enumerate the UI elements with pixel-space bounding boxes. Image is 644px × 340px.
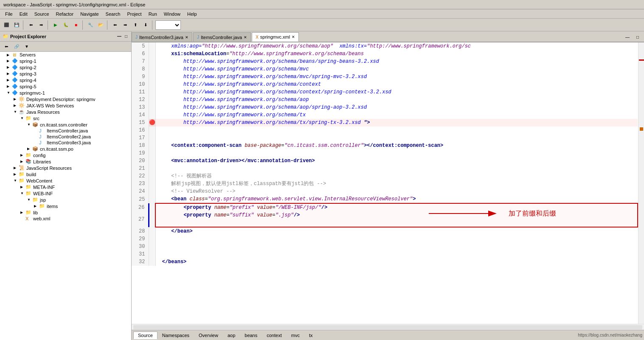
tab-close-btn[interactable]: ✕ <box>244 35 247 39</box>
tree-webinf[interactable]: ▼ 📁 WEB-INF <box>0 190 131 197</box>
toolbar: ⬛ 💾 ⬅ ➡ ▶ 🐛 ■ 🔧 📂 ⬅ ➡ ⬆ ⬇ <box>0 19 644 31</box>
tree-deployment[interactable]: ▶ 🔆 Deployment Descriptor: springmv <box>0 96 131 102</box>
toolbar-sep-4 <box>107 20 109 30</box>
code-line-26: 26 <property name="prefix" value="/WEB-I… <box>132 203 638 211</box>
tree-itemsctrl2[interactable]: J ItemsController2.java <box>0 134 131 140</box>
tree-metainf[interactable]: ▶ 📁 META-INF <box>0 184 131 190</box>
menu-search[interactable]: Search <box>102 11 124 17</box>
javaresources-icon: ☕ <box>19 109 25 115</box>
pe-link-btn[interactable]: 🔗 <box>12 42 21 51</box>
tree-items[interactable]: ▶ 📁 items <box>0 203 131 209</box>
tab-itemsctrl3[interactable]: J ItemsController3.java ✕ <box>132 32 192 42</box>
pe-content[interactable]: ▶ 🖥 Servers ▶ 🔷 spring-1 ▶ 🔷 spring-2 ▶ … <box>0 52 131 340</box>
toolbar-debug-btn[interactable]: 🐛 <box>61 20 70 30</box>
bottom-tab-tx[interactable]: tx <box>304 332 318 339</box>
tree-spring3[interactable]: ▶ 🔷 spring-3 <box>0 70 131 77</box>
toolbar-run-btn[interactable]: ▶ <box>51 20 60 30</box>
code-line-12: 12 http://www.springframework.org/schema… <box>132 96 638 104</box>
tree-jsresources[interactable]: ▶ 📜 JavaScript Resources <box>0 165 131 171</box>
xml-icon: X <box>25 216 32 221</box>
toolbar-new-btn[interactable]: ⬛ <box>2 20 11 30</box>
tree-arrow: ▶ <box>20 160 25 163</box>
project-icon: 🔷 <box>12 58 19 64</box>
menu-window[interactable]: Window <box>160 11 184 17</box>
tree-javaresources[interactable]: ▼ ☕ Java Resources <box>0 109 131 115</box>
pe-minimize-btn[interactable]: — <box>116 34 123 39</box>
xml-tab-icon: X <box>256 35 259 39</box>
tab-itemsctrl[interactable]: J ItemsController.java ✕ <box>193 32 251 42</box>
menu-help[interactable]: Help <box>184 11 200 17</box>
code-line-30: 30 <box>132 243 638 250</box>
tree-src[interactable]: ▼ 📁 src <box>0 115 131 121</box>
tree-spring1[interactable]: ▶ 🔷 spring-1 <box>0 58 131 64</box>
tree-itemsctrl[interactable]: J ItemsController.java <box>0 128 131 134</box>
menu-file[interactable]: File <box>2 11 16 17</box>
folder-icon: 📁 <box>25 191 32 196</box>
bottom-tab-namespaces[interactable]: Namespaces <box>157 332 194 339</box>
pe-maximize-btn[interactable]: □ <box>124 34 129 39</box>
tree-config[interactable]: ▶ 📁 config <box>0 152 131 158</box>
tab-bar: J ItemsController3.java ✕ J ItemsControl… <box>132 31 644 42</box>
code-line-6: 6 xsi:schemaLocation="http://www.springf… <box>132 50 638 58</box>
tree-spring4[interactable]: ▶ 🔷 spring-4 <box>0 77 131 83</box>
toolbar-btn-4[interactable]: ➡ <box>37 20 46 30</box>
menu-project[interactable]: Project <box>124 11 145 17</box>
window-title: workspace - JavaScript - springmvc-1/con… <box>3 2 145 7</box>
tab-springmvc[interactable]: X springmvc.xml ✕ <box>252 32 299 42</box>
tree-arrow: ▶ <box>7 53 12 57</box>
tree-springmvc1[interactable]: ▼ 🔷 springmvc-1 <box>0 90 131 96</box>
menu-edit[interactable]: Edit <box>16 11 31 17</box>
tree-label: cn.itcast.ssm.controller <box>40 122 87 127</box>
pe-menu-btn[interactable]: ▼ <box>22 42 31 51</box>
tree-jaxws[interactable]: ▶ 🔆 JAX-WS Web Services <box>0 102 131 109</box>
tree-webcontent[interactable]: ▼ 📁 WebContent <box>0 177 131 184</box>
toolbar-btn-5[interactable]: 🔧 <box>86 20 95 30</box>
code-line-31: 31 <box>132 250 638 258</box>
descriptor-icon: 🔆 <box>19 96 25 102</box>
toolbar-btn-2[interactable]: 💾 <box>12 20 21 30</box>
tree-libraries[interactable]: ▶ 📚 Libraries <box>0 158 131 165</box>
tree-label: spring-1 <box>20 59 37 64</box>
menu-source[interactable]: Source <box>31 11 53 17</box>
tree-servers[interactable]: ▶ 🖥 Servers <box>0 52 131 58</box>
tab-close-btn[interactable]: ✕ <box>185 35 188 39</box>
tab-close-btn[interactable]: ✕ <box>292 35 295 39</box>
bottom-tab-beans[interactable]: beans <box>240 332 262 339</box>
code-line-24: 24 <!-- ViewResolver --> <box>132 188 638 195</box>
menu-refactor[interactable]: Refactor <box>53 11 77 17</box>
tree-jsp[interactable]: ▼ 📁 jsp <box>0 197 131 203</box>
tab-label: springmvc.xml <box>260 34 290 39</box>
tree-itemsctrl3[interactable]: J ItemsController3.java <box>0 140 131 146</box>
toolbar-btn-9[interactable]: ⬆ <box>131 20 140 30</box>
toolbar-perspective-select[interactable] <box>155 20 181 30</box>
bottom-tab-mvc[interactable]: mvc <box>287 332 304 339</box>
bottom-tab-source[interactable]: Source <box>133 332 157 339</box>
tree-label: WebContent <box>26 178 52 183</box>
tab-maximize-btn[interactable]: □ <box>633 32 642 42</box>
code-editor[interactable]: 5 xmlns:aop="http://www.springframework.… <box>132 42 644 324</box>
menu-run[interactable]: Run <box>145 11 160 17</box>
tree-arrow: ▶ <box>14 104 19 107</box>
tree-pkg-controller[interactable]: ▼ 📦 cn.itcast.ssm.controller <box>0 121 131 128</box>
toolbar-btn-7[interactable]: ⬅ <box>110 20 120 30</box>
tree-spring2[interactable]: ▶ 🔷 spring-2 <box>0 64 131 70</box>
bottom-tab-aop[interactable]: aop <box>223 332 240 339</box>
h-scrollbar[interactable] <box>132 324 644 330</box>
toolbar-btn-6[interactable]: 📂 <box>96 20 105 30</box>
pe-collapse-btn[interactable]: ⬅ <box>2 42 11 51</box>
tab-minimize-btn[interactable]: — <box>623 32 632 42</box>
editor-area: J ItemsController3.java ✕ J ItemsControl… <box>132 31 644 340</box>
bottom-tabs: Source Namespaces Overview aop beans con… <box>132 330 644 340</box>
tree-pkg-po[interactable]: ▶ 📦 cn.itcast.ssm.po <box>0 146 131 152</box>
toolbar-btn-3[interactable]: ⬅ <box>26 20 36 30</box>
bottom-tab-overview[interactable]: Overview <box>194 332 223 339</box>
toolbar-btn-10[interactable]: ⬇ <box>141 20 150 30</box>
bottom-tab-context[interactable]: context <box>262 332 286 339</box>
toolbar-stop-btn[interactable]: ■ <box>71 20 81 30</box>
tree-spring5[interactable]: ▶ 🔷 spring-5 <box>0 83 131 90</box>
tree-lib[interactable]: ▶ 📁 lib <box>0 209 131 216</box>
tree-build[interactable]: ▶ 📁 build <box>0 171 131 177</box>
tree-webxml[interactable]: X web.xml <box>0 216 131 222</box>
toolbar-btn-8[interactable]: ➡ <box>121 20 130 30</box>
menu-navigate[interactable]: Navigate <box>77 11 102 17</box>
